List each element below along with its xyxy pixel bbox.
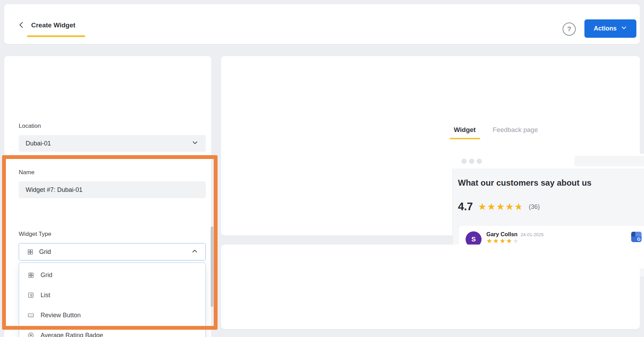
question-mark-icon: ? [567, 25, 571, 33]
name-label: Name [19, 169, 34, 176]
widget-type-label: Widget Type [19, 231, 51, 238]
tab-feedback-page[interactable]: Feedback page [493, 126, 538, 134]
title-underline [27, 35, 85, 37]
widget-type-option-list[interactable]: List [19, 285, 205, 305]
chevron-down-icon [621, 25, 627, 33]
chevron-down-icon [191, 139, 199, 148]
tab-widget[interactable]: Widget [454, 126, 476, 134]
review-button-icon [27, 311, 35, 319]
widget-settings-panel: Location Dubai-01 Name Widget Type Grid [4, 56, 211, 337]
widget-type-option-grid[interactable]: Grid [19, 265, 205, 285]
panel-scrollbar[interactable] [211, 227, 213, 307]
average-rating-value: 4.7 [458, 201, 473, 213]
location-select[interactable]: Dubai-01 [19, 135, 206, 152]
option-label: Grid [41, 272, 52, 279]
browser-dot [477, 159, 482, 164]
average-rating-badge-icon [27, 331, 35, 337]
reviewer-name: Gary Collsn [486, 231, 518, 238]
widget-type-select[interactable]: Grid [19, 243, 206, 260]
create-widget-page: Create Widget ? Actions Location Dubai-0… [0, 0, 644, 337]
back-chevron-icon [18, 21, 25, 30]
widget-type-value: Grid [39, 248, 51, 256]
average-rating-stars: ★★★★★ ★★★★★ [478, 202, 523, 212]
list-icon [27, 291, 35, 299]
help-button[interactable]: ? [563, 23, 576, 36]
average-rating-row: 4.7 ★★★★★ ★★★★★ (36) [458, 199, 540, 214]
address-bar [574, 156, 644, 166]
chevron-up-icon [191, 247, 199, 257]
back-button[interactable] [17, 21, 26, 30]
widget-type-dropdown: Grid List Review Button Average Rating B… [19, 263, 206, 337]
tab-widget-underline [450, 138, 480, 139]
actions-button-label: Actions [594, 25, 617, 32]
rating-stars-fill: ★★★★★ [478, 202, 521, 212]
name-input[interactable] [19, 181, 206, 198]
preview-panel: Widget Feedback page Full Scr [221, 56, 640, 236]
page-title: Create Widget [31, 21, 76, 29]
option-label: List [41, 292, 50, 299]
browser-dot [469, 159, 474, 164]
actions-button[interactable]: Actions [584, 19, 636, 38]
widget-type-option-review-button[interactable]: Review Button [19, 305, 205, 325]
grid-icon [27, 271, 35, 279]
google-business-icon: G [631, 232, 642, 242]
option-label: Average Rating Badge [41, 332, 103, 337]
location-label: Location [19, 123, 41, 130]
browser-dot [461, 159, 467, 164]
location-value: Dubai-01 [26, 140, 51, 147]
widget-type-option-average-rating-badge[interactable]: Average Rating Badge [19, 325, 205, 337]
review-date: 24-01-2025 [521, 232, 544, 237]
option-label: Review Button [41, 312, 81, 319]
header-bar: Create Widget ? Actions [4, 4, 640, 44]
html-code-panel: HTML Code Send as Email Copy <div id="st… [221, 245, 640, 329]
review-count: (36) [529, 203, 540, 211]
widget-heading: What our customers say about us [458, 178, 591, 188]
grid-icon [26, 248, 34, 256]
review-stars: ★★★★★ ★★★★★ [486, 238, 519, 244]
